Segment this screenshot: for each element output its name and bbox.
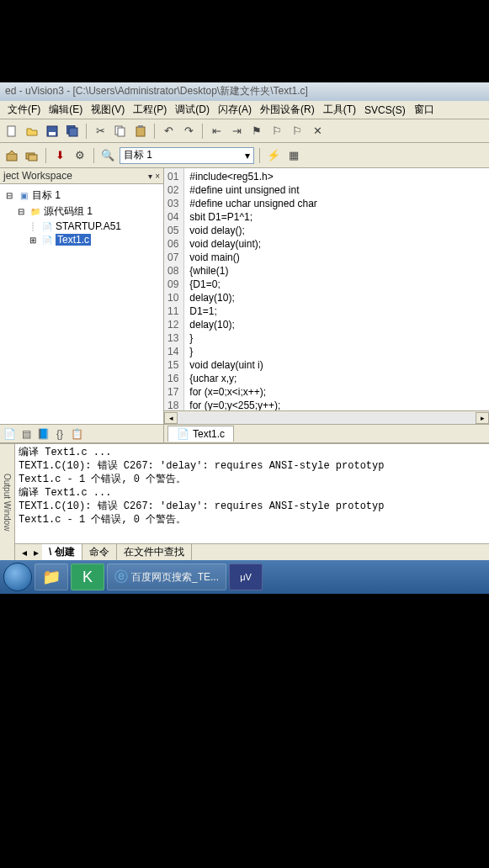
c-file-icon: 📄 (41, 234, 53, 246)
svg-rect-7 (136, 127, 145, 136)
indent-left-icon[interactable]: ⇤ (208, 123, 225, 140)
taskbar-browser-label: 百度网页搜索_TE... (131, 570, 219, 585)
redo-icon[interactable]: ↷ (180, 123, 197, 140)
svg-rect-8 (138, 125, 143, 128)
build-target-icon[interactable] (3, 147, 20, 164)
functions-tab-icon[interactable]: {} (52, 426, 67, 442)
ie-icon: ⓔ (114, 569, 128, 586)
folder-icon: 📁 (29, 206, 41, 218)
taskbar-uvision-icon[interactable]: μV (229, 564, 263, 590)
tree-group-label: 源代码组 1 (44, 204, 93, 219)
workspace-title: ject Workspace (3, 170, 72, 182)
output-window-label: Output Window (0, 444, 15, 560)
menu-project[interactable]: 工程(P) (129, 101, 171, 119)
editor-horizontal-scrollbar[interactable]: ◂ ▸ (164, 410, 489, 424)
toolbar2-sep-2 (93, 148, 94, 163)
bookmark-prev-icon[interactable]: ⚐ (289, 123, 306, 140)
start-button-icon[interactable] (3, 563, 32, 591)
find-icon[interactable]: 🔍 (99, 147, 116, 164)
taskbar-browser-button[interactable]: ⓔ 百度网页搜索_TE... (107, 564, 226, 590)
minus-box-icon[interactable]: ⊟ (15, 206, 27, 218)
code-editor-panel: 01020304050607080910111213141516171819 #… (164, 168, 489, 442)
options-icon[interactable]: ⚙ (72, 147, 88, 164)
output-body: 编译 Text1.c ... TEXT1.C(10): 错误 C267: 'de… (15, 444, 489, 560)
tree-target-label: 目标 1 (32, 188, 61, 203)
download-icon[interactable]: ⬇ (51, 147, 68, 164)
svg-rect-9 (7, 154, 17, 161)
code-editor[interactable]: 01020304050607080910111213141516171819 #… (164, 168, 489, 410)
taskbar-explorer-icon[interactable]: 📁 (35, 564, 68, 590)
output-tab-nav-left-icon[interactable]: ◂ (19, 547, 30, 558)
window-title-bar: ed - uVision3 - [C:\Users\Administrator\… (0, 82, 489, 101)
menu-window[interactable]: 窗口 (410, 101, 439, 119)
tree-file-text1-label: Text1.c (56, 234, 91, 246)
flash-tool-icon[interactable]: ⚡ (265, 147, 282, 164)
plus-box-icon[interactable]: ⊞ (27, 234, 39, 246)
undo-icon[interactable]: ↶ (160, 123, 177, 140)
bookmark-next-icon[interactable]: ⚐ (268, 123, 285, 140)
output-window: Output Window 编译 Text1.c ... TEXT1.C(10)… (0, 442, 489, 560)
tree-file-startup[interactable]: ┊ 📄 STARTUP.A51 (27, 220, 160, 233)
target-selector-value: 目标 1 (124, 148, 152, 162)
tree-file-text1[interactable]: ⊞ 📄 Text1.c (27, 233, 160, 246)
menu-edit[interactable]: 编辑(E) (45, 101, 87, 119)
books-tab-icon[interactable]: 📘 (35, 426, 50, 442)
windows-taskbar: 📁 K ⓔ 百度网页搜索_TE... μV (0, 560, 489, 594)
rebuild-icon[interactable] (24, 147, 40, 164)
svg-rect-4 (69, 128, 77, 136)
target-selector[interactable]: 目标 1 ▾ (120, 147, 254, 164)
toolbar-build: ⬇ ⚙ 🔍 目标 1 ▾ ⚡ ▦ (0, 143, 489, 168)
menu-file[interactable]: 文件(F) (3, 101, 45, 119)
dotted-line-icon: ┊ (27, 220, 39, 232)
output-tab-nav-right-icon[interactable]: ▸ (30, 547, 42, 558)
menu-view[interactable]: 视图(V) (87, 101, 129, 119)
tree-file-startup-label: STARTUP.A51 (56, 220, 121, 232)
scrollbar-track[interactable] (178, 412, 476, 424)
svg-rect-2 (49, 132, 56, 135)
config-icon[interactable]: ▦ (285, 147, 302, 164)
indent-right-icon[interactable]: ⇥ (228, 123, 245, 140)
output-tab-command[interactable]: 命令 (82, 544, 117, 560)
top-black-bar (0, 0, 489, 82)
files-tab-icon[interactable]: 📄 (2, 426, 17, 442)
menu-tools[interactable]: 工具(T) (319, 101, 360, 119)
project-workspace-panel: ject Workspace ▾ × ⊟ ▣ 目标 1 ⊟ 📁 源代码组 1 ┊… (0, 168, 164, 442)
save-all-icon[interactable] (64, 123, 81, 140)
regs-tab-icon[interactable]: ▤ (19, 426, 34, 442)
editor-tab-text1[interactable]: 📄 Text1.c (167, 426, 234, 442)
project-tree[interactable]: ⊟ ▣ 目标 1 ⊟ 📁 源代码组 1 ┊ 📄 STARTUP.A51 ⊞ 📄 … (0, 184, 163, 424)
editor-tab-label: Text1.c (193, 428, 225, 440)
menu-bar: 文件(F) 编辑(E) 视图(V) 工程(P) 调试(D) 闪存(A) 外围设备… (0, 101, 489, 119)
scroll-right-icon[interactable]: ▸ (476, 412, 489, 424)
taskbar-app-icon[interactable]: K (71, 564, 104, 590)
paste-icon[interactable] (132, 123, 149, 140)
workspace-control-icons[interactable]: ▾ × (148, 172, 160, 181)
open-file-icon[interactable] (24, 123, 40, 140)
asm-file-icon: 📄 (41, 220, 53, 232)
tree-target-root[interactable]: ⊟ ▣ 目标 1 (3, 188, 160, 204)
code-content[interactable]: #include<reg51.h>#define uint unsigned i… (184, 168, 322, 410)
svg-rect-6 (118, 128, 125, 136)
bookmark-icon[interactable]: ⚑ (248, 123, 265, 140)
workspace-bottom-tabs: 📄 ▤ 📘 {} 📋 (0, 424, 163, 442)
bookmark-clear-icon[interactable]: ✕ (309, 123, 326, 140)
tree-group[interactable]: ⊟ 📁 源代码组 1 (15, 204, 160, 220)
menu-svcs[interactable]: SVCS(S) (360, 103, 410, 118)
scroll-left-icon[interactable]: ◂ (164, 412, 178, 424)
save-icon[interactable] (44, 123, 61, 140)
templates-tab-icon[interactable]: 📋 (69, 426, 84, 442)
menu-peripherals[interactable]: 外围设备(R) (256, 101, 319, 119)
copy-icon[interactable] (112, 123, 129, 140)
new-file-icon[interactable] (3, 123, 20, 140)
menu-flash[interactable]: 闪存(A) (214, 101, 256, 119)
output-tab-find[interactable]: 在文件中查找 (117, 544, 192, 560)
build-output-text[interactable]: 编译 Text1.c ... TEXT1.C(10): 错误 C267: 'de… (15, 444, 489, 543)
menu-debug[interactable]: 调试(D) (171, 101, 214, 119)
editor-file-tabs: 📄 Text1.c (164, 424, 489, 442)
minus-box-icon[interactable]: ⊟ (3, 190, 15, 202)
output-tab-build[interactable]: \ 创建 (42, 544, 82, 560)
toolbar-sep-2 (154, 124, 155, 139)
toolbar-main: ✂ ↶ ↷ ⇤ ⇥ ⚑ ⚐ ⚐ ✕ (0, 119, 489, 143)
file-icon: 📄 (177, 428, 189, 440)
cut-icon[interactable]: ✂ (92, 123, 109, 140)
